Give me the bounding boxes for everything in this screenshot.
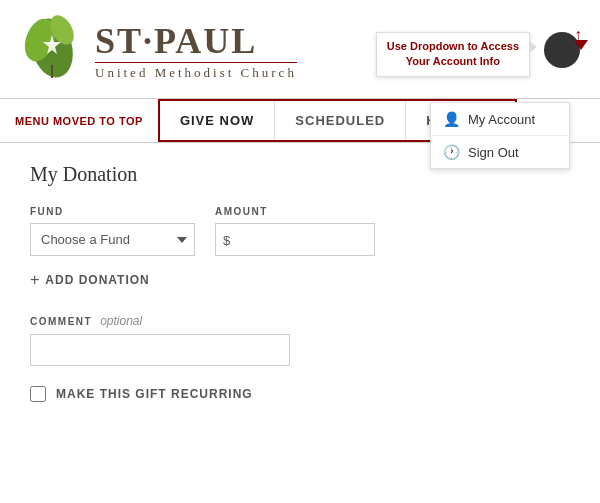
add-donation-row[interactable]: + ADD DONATION: [30, 271, 570, 289]
my-account-item[interactable]: 👤 My Account: [431, 103, 569, 136]
recurring-row: MAKE THIS GIFT RECURRING: [30, 386, 570, 402]
tab-give-now[interactable]: GIVE NOW: [160, 101, 275, 140]
sign-out-item[interactable]: 🕐 Sign Out: [431, 136, 569, 168]
logo-text: ST·PAUL United Methodist Church: [95, 20, 297, 81]
comment-optional: optional: [100, 314, 142, 328]
clock-icon: 🕐: [443, 144, 460, 160]
recurring-checkbox[interactable]: [30, 386, 46, 402]
dollar-sign: $: [223, 232, 230, 247]
amount-input[interactable]: [215, 223, 375, 256]
fund-label: FUND: [30, 206, 195, 217]
fund-amount-row: FUND Choose a FundGeneral FundBuilding F…: [30, 206, 570, 256]
amount-label: AMOUNT: [215, 206, 375, 217]
arrow-up-icon: ↑: [574, 26, 582, 44]
fund-group: FUND Choose a FundGeneral FundBuilding F…: [30, 206, 195, 256]
logo-area: ST·PAUL United Methodist Church: [20, 10, 297, 90]
logo-icon: [20, 10, 90, 90]
menu-moved-label: MENU MOVED TO TOP: [0, 105, 158, 137]
recurring-label: MAKE THIS GIFT RECURRING: [56, 387, 253, 401]
comment-label: COMMENT: [30, 316, 92, 327]
main-content: My Donation FUND Choose a FundGeneral Fu…: [0, 143, 600, 422]
comment-input[interactable]: [30, 334, 290, 366]
amount-group: AMOUNT $: [215, 206, 375, 256]
brand-subtitle: United Methodist Church: [95, 62, 297, 81]
header-right: Use Dropdown to Access Your Account Info…: [544, 32, 580, 68]
dropdown-tooltip: Use Dropdown to Access Your Account Info: [376, 32, 530, 77]
fund-select[interactable]: Choose a FundGeneral FundBuilding FundMi…: [30, 223, 195, 256]
header: ST·PAUL United Methodist Church Use Drop…: [0, 0, 600, 90]
plus-icon: +: [30, 271, 39, 289]
comment-label-row: COMMENT optional: [30, 314, 570, 328]
add-donation-label: ADD DONATION: [45, 273, 149, 287]
fund-select-wrap: Choose a FundGeneral FundBuilding FundMi…: [30, 223, 195, 256]
account-dropdown: 👤 My Account 🕐 Sign Out: [430, 102, 570, 169]
person-icon: 👤: [443, 111, 460, 127]
tab-scheduled[interactable]: SCHEDULED: [275, 101, 406, 140]
amount-input-wrap: $: [215, 223, 375, 256]
brand-name: ST·PAUL: [95, 20, 257, 62]
comment-section: COMMENT optional: [30, 314, 570, 366]
